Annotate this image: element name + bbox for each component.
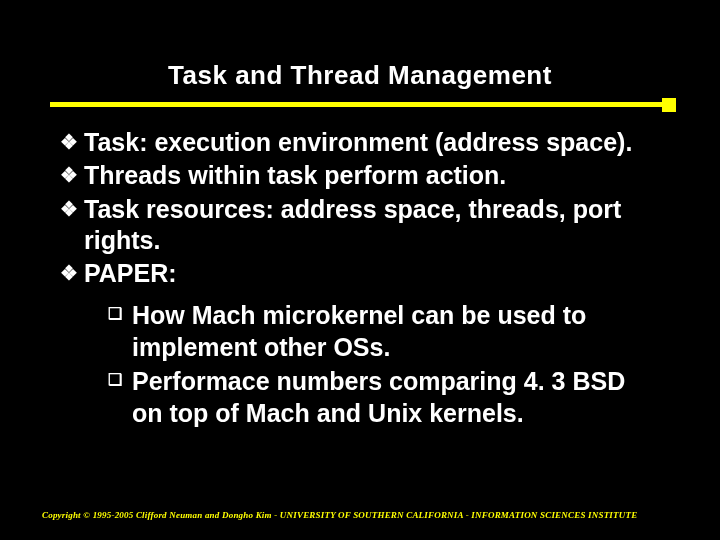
diamond-bullet-icon: ❖ (60, 127, 84, 155)
content-area: ❖ Task: execution environment (address s… (50, 127, 670, 429)
diamond-bullet-icon: ❖ (60, 160, 84, 188)
slide: Task and Thread Management ❖ Task: execu… (0, 0, 720, 540)
copyright-footer: Copyright © 1995-2005 Clifford Neuman an… (42, 510, 637, 520)
rule-square (662, 98, 676, 112)
bullet-item: ❖ Threads within task perform action. (60, 160, 660, 191)
diamond-bullet-icon: ❖ (60, 194, 84, 222)
square-bullet-icon: ❑ (108, 299, 132, 324)
bullet-text: Task resources: address space, threads, … (84, 194, 660, 257)
bullet-item: ❖ Task resources: address space, threads… (60, 194, 660, 257)
bullet-text: Task: execution environment (address spa… (84, 127, 660, 158)
square-bullet-icon: ❑ (108, 365, 132, 390)
bullet-text: PAPER: (84, 258, 660, 289)
bullet-item: ❖ Task: execution environment (address s… (60, 127, 660, 158)
bullet-text: Threads within task perform action. (84, 160, 660, 191)
sub-bullet-text: Performace numbers comparing 4. 3 BSD on… (132, 365, 660, 429)
bullet-item: ❖ PAPER: (60, 258, 660, 289)
diamond-bullet-icon: ❖ (60, 258, 84, 286)
sub-bullet-item: ❑ How Mach microkernel can be used to im… (108, 299, 660, 363)
slide-title: Task and Thread Management (50, 60, 670, 91)
sub-bullet-block: ❑ How Mach microkernel can be used to im… (60, 299, 660, 429)
rule-line (50, 102, 670, 107)
sub-bullet-item: ❑ Performace numbers comparing 4. 3 BSD … (108, 365, 660, 429)
sub-bullet-text: How Mach microkernel can be used to impl… (132, 299, 660, 363)
title-rule (50, 99, 670, 109)
